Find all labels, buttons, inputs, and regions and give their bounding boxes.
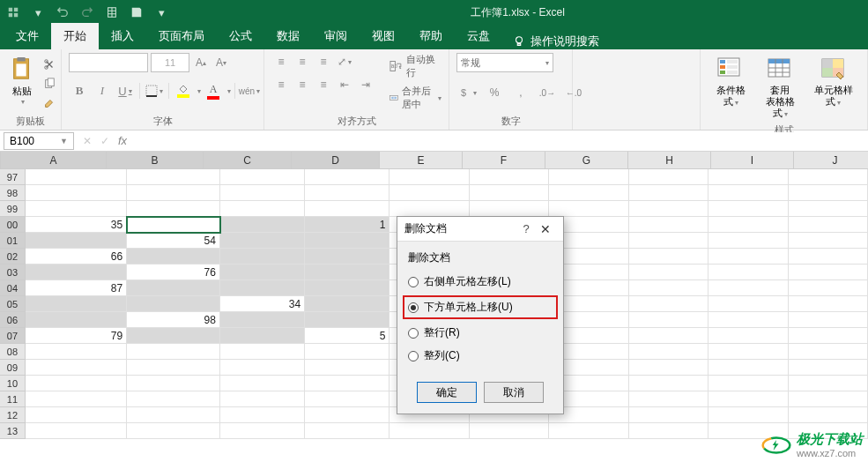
row-header[interactable]: 07 (0, 328, 26, 344)
cell[interactable] (708, 407, 788, 423)
column-header[interactable]: H (628, 152, 711, 168)
align-left-button[interactable]: ≡ (271, 76, 291, 93)
cell[interactable] (789, 233, 868, 249)
dialog-help-button[interactable]: ? (517, 222, 535, 235)
cell[interactable] (629, 312, 708, 328)
cell[interactable] (305, 344, 389, 360)
row-header[interactable]: 10 (0, 376, 26, 391)
cell[interactable] (629, 391, 708, 407)
name-box[interactable]: B100 ▼ (4, 132, 74, 150)
cell[interactable] (708, 249, 788, 265)
bold-button[interactable]: B (69, 81, 90, 101)
cell[interactable] (220, 280, 305, 296)
cell[interactable] (549, 185, 628, 201)
cell[interactable] (26, 344, 127, 360)
radio-shift-up[interactable]: 下方单元格上移(U) (403, 295, 558, 319)
cell[interactable] (789, 296, 868, 312)
row-header[interactable]: 11 (0, 391, 26, 407)
cell-styles-button[interactable]: 单元格样式▾ (806, 53, 860, 109)
cell[interactable] (789, 360, 868, 376)
fx-button[interactable]: fx (118, 134, 127, 147)
cell[interactable] (26, 201, 127, 217)
underline-button[interactable]: U▾ (115, 81, 136, 101)
column-header[interactable]: I (711, 152, 794, 168)
row-header[interactable]: 02 (0, 249, 26, 265)
cell[interactable] (305, 249, 389, 265)
row-header[interactable]: 03 (0, 265, 26, 280)
number-format-select[interactable]: 常规 ▾ (456, 53, 553, 72)
cell[interactable] (629, 249, 708, 265)
cell[interactable] (127, 296, 220, 312)
cell[interactable] (305, 265, 389, 280)
italic-button[interactable]: I (92, 81, 113, 101)
cell[interactable] (708, 201, 788, 217)
cell[interactable] (789, 312, 868, 328)
cell[interactable] (708, 296, 788, 312)
copy-button[interactable] (41, 76, 58, 92)
cell[interactable] (26, 391, 127, 407)
cell[interactable] (789, 280, 868, 296)
cell[interactable]: 79 (26, 328, 127, 344)
formula-input[interactable] (127, 132, 868, 150)
cell[interactable] (389, 423, 469, 439)
paste-button[interactable]: 粘贴 ▾ (7, 53, 37, 108)
cell[interactable] (26, 169, 127, 185)
cell[interactable] (629, 296, 708, 312)
chevron-down-icon[interactable]: ▾ (28, 3, 48, 22)
cell[interactable] (629, 344, 708, 360)
row-header[interactable]: 09 (0, 360, 26, 376)
cell[interactable] (305, 391, 389, 407)
cell[interactable] (305, 169, 389, 185)
align-right-button[interactable]: ≡ (314, 76, 333, 93)
cell[interactable] (26, 376, 127, 391)
tell-me-search[interactable]: 操作说明搜索 (502, 34, 610, 49)
cell[interactable] (220, 249, 305, 265)
row-header[interactable]: 08 (0, 344, 26, 360)
cell[interactable] (26, 296, 127, 312)
row-header[interactable]: 00 (0, 217, 26, 233)
tab-data[interactable]: 数据 (264, 23, 312, 49)
new-sheet-icon[interactable] (102, 3, 122, 22)
cell[interactable] (305, 201, 389, 217)
cell[interactable]: 34 (220, 296, 305, 312)
cell[interactable]: 66 (26, 249, 127, 265)
cell[interactable] (220, 328, 305, 344)
align-middle-button[interactable]: ≡ (293, 53, 312, 71)
cell[interactable] (26, 423, 127, 439)
cell[interactable] (708, 185, 788, 201)
column-header[interactable]: D (292, 152, 380, 168)
cell[interactable] (629, 169, 708, 185)
cell[interactable]: 35 (26, 217, 127, 233)
cell[interactable]: 98 (127, 312, 220, 328)
font-name-input[interactable] (69, 53, 148, 72)
cell[interactable] (629, 360, 708, 376)
conditional-format-button[interactable]: 条件格式▾ (708, 53, 753, 109)
cell[interactable] (127, 201, 220, 217)
column-header[interactable]: C (204, 152, 292, 168)
cell[interactable] (220, 407, 305, 423)
currency-button[interactable]: $▾ (456, 83, 479, 102)
cell[interactable] (708, 312, 788, 328)
cancel-formula-icon[interactable]: ✕ (83, 135, 92, 147)
cell[interactable] (220, 185, 305, 201)
cell[interactable] (789, 344, 868, 360)
column-header[interactable]: G (545, 152, 628, 168)
cell[interactable] (220, 391, 305, 407)
cell[interactable] (789, 391, 868, 407)
ok-button[interactable]: 确定 (417, 382, 477, 403)
cell[interactable] (127, 217, 220, 233)
tab-layout[interactable]: 页面布局 (146, 23, 217, 49)
cell[interactable] (220, 265, 305, 280)
cell[interactable] (629, 376, 708, 391)
cell[interactable] (127, 391, 220, 407)
tab-review[interactable]: 审阅 (312, 23, 360, 49)
tab-file[interactable]: 文件 (4, 23, 51, 49)
cell[interactable] (220, 312, 305, 328)
cell[interactable]: 87 (26, 280, 127, 296)
cell[interactable] (708, 280, 788, 296)
column-header[interactable]: J (794, 152, 868, 168)
cell[interactable]: 1 (305, 217, 389, 233)
cell[interactable] (127, 185, 220, 201)
cell[interactable] (708, 265, 788, 280)
cell[interactable] (789, 376, 868, 391)
